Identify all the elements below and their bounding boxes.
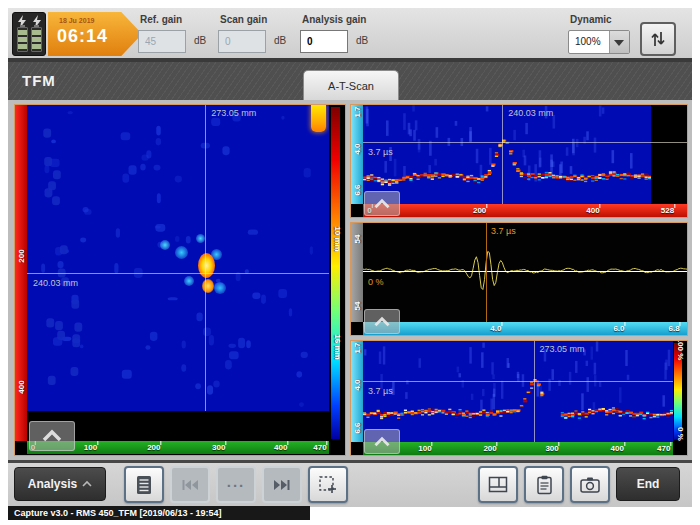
ascan-amplitude-ruler[interactable]: 5454 — [351, 223, 363, 322]
report-button[interactable] — [524, 466, 564, 503]
bscan-top-time-ruler[interactable]: 1.74.06.6 — [351, 105, 363, 204]
dynamic-dropdown[interactable]: 100% — [568, 30, 630, 54]
screenshot-button[interactable] — [570, 466, 610, 503]
tick-label: 4.0 — [353, 143, 362, 154]
ascan-time-ruler[interactable]: 4.06.06.8 — [363, 322, 687, 335]
tick-label: 54 — [353, 302, 362, 311]
tfm-plot[interactable]: 273.05 mm 240.03 mm — [27, 105, 329, 441]
tick-label: 10 mm — [333, 227, 342, 252]
tick-label: 100 — [418, 444, 431, 453]
chevron-down-icon — [609, 31, 629, 53]
tick-label: 6.8 — [668, 324, 679, 333]
clipboard-icon — [536, 475, 553, 495]
bscan-bottom-cursor-horizontal[interactable] — [363, 381, 673, 382]
tick-label: 54 — [353, 234, 362, 243]
tick-label: 200 — [17, 250, 26, 263]
end-button[interactable]: End — [616, 467, 680, 501]
tick-label: 300 — [212, 443, 225, 452]
amplitude-colorbar: 100 %0 % — [673, 341, 687, 442]
top-toolbar: 18 Ju 2019 06:14 Ref. gain dB Scan gain … — [8, 8, 692, 58]
pan-home-button[interactable] — [29, 421, 75, 451]
bscan-top-cursor-vertical[interactable] — [502, 105, 503, 204]
ellipsis-label: ... — [227, 473, 246, 490]
bscan-top-plot[interactable]: 240.03 mm 3.7 µs — [363, 105, 687, 204]
bscan-bottom-x-ruler[interactable]: 100200300400470 — [363, 442, 673, 455]
tick-label: 4.0 — [490, 324, 501, 333]
battery-status — [12, 12, 46, 56]
pan-home-button[interactable] — [364, 429, 400, 454]
datetime-display[interactable]: 18 Ju 2019 06:14 — [48, 12, 142, 56]
ascan-plot[interactable]: 3.7 µs 0 % — [363, 223, 687, 322]
skip-to-end-button[interactable] — [262, 466, 302, 503]
tfm-cursor-vertical[interactable] — [205, 105, 206, 411]
dynamic-label: Dynamic — [570, 14, 612, 25]
tick-label: 400 — [611, 444, 624, 453]
tab-at-scan[interactable]: A-T-Scan — [303, 70, 399, 100]
swap-gain-button[interactable] — [640, 22, 676, 56]
capture-app: 18 Ju 2019 06:14 Ref. gain dB Scan gain … — [0, 0, 700, 525]
ascan-cursor-readout: 3.7 µs — [491, 226, 516, 236]
layout-button[interactable] — [478, 466, 518, 503]
report-list-button[interactable] — [124, 466, 164, 503]
analysis-gain-field[interactable] — [300, 30, 348, 53]
chevron-up-icon — [82, 480, 92, 488]
tick-label: 470 — [313, 443, 326, 452]
tick-label: 470 — [657, 444, 670, 453]
skip-to-start-button[interactable] — [170, 466, 210, 503]
tfm-cursor-horizontal[interactable] — [27, 273, 329, 274]
bscan-bottom-time-ruler[interactable]: 1.74.06.6 — [351, 341, 363, 442]
tick-label: 6.6 — [353, 422, 362, 433]
more-frames-button[interactable]: ... — [216, 466, 256, 503]
pan-home-button[interactable] — [364, 309, 400, 334]
tick-label: 400 — [17, 381, 26, 394]
indication-blob — [160, 240, 170, 250]
battery-2-icon — [31, 27, 42, 52]
tfm-y-ruler[interactable]: 200400 — [15, 105, 27, 441]
tfm-depth-colorbar[interactable]: 10 mm16 mm — [329, 105, 345, 441]
bscan-bottom-cursor-vertical[interactable] — [534, 341, 535, 442]
analysis-gain-label: Analysis gain — [302, 14, 366, 25]
bscan-top-dataend — [651, 105, 687, 204]
corner-indication — [311, 105, 326, 132]
indication-blob — [175, 246, 188, 259]
analysis-menu-button[interactable]: Analysis — [14, 467, 106, 501]
status-bar: Capture v3.0 - RMS 450_TFM [2019/06/13 -… — [8, 506, 310, 520]
camera-icon — [580, 476, 600, 493]
selection-tool-button[interactable] — [308, 466, 348, 503]
time-text: 06:14 — [57, 26, 108, 47]
pan-home-button[interactable] — [364, 191, 400, 216]
tick-label: 16 mm — [333, 334, 342, 359]
document-icon — [135, 475, 153, 495]
ascan-cursor[interactable] — [486, 223, 487, 322]
bscan-top-cursor-horizontal[interactable] — [363, 142, 687, 143]
analysis-button-label: Analysis — [28, 477, 77, 491]
bscan-bottom-cursor-x-readout: 273.05 mm — [540, 344, 585, 354]
pan-home-icon — [373, 198, 391, 210]
bscan-top-cursor-x-readout: 240.03 mm — [508, 108, 553, 118]
pan-home-icon — [41, 429, 63, 443]
indication-blob — [196, 234, 205, 243]
page-title: TFM — [22, 72, 56, 89]
battery-1-icon — [17, 27, 28, 52]
tick-label: 400 — [586, 206, 599, 215]
bottom-toolbar: Analysis ... — [8, 463, 692, 507]
tick-label: 100 — [84, 443, 97, 452]
pan-home-icon — [373, 316, 391, 328]
ref-gain-label: Ref. gain — [140, 14, 182, 25]
scan-views-area: 200400 273.05 mm 240.03 mm — [8, 100, 692, 460]
tick-label: 1.7 — [353, 343, 362, 354]
tfm-image[interactable]: 273.05 mm 240.03 mm — [27, 105, 329, 411]
tick-label: 200 — [473, 206, 486, 215]
bscan-bottom-plot[interactable]: 273.05 mm 3.7 µs — [363, 341, 673, 442]
date-text: 18 Ju 2019 — [59, 17, 94, 24]
tick-label: 528 — [661, 206, 674, 215]
selection-cross-icon — [318, 475, 338, 495]
tick-label: 400 — [274, 443, 287, 452]
tick-label: 200 — [147, 443, 160, 452]
tfm-cursor-y-readout: 240.03 mm — [33, 278, 78, 288]
scan-gain-unit: dB — [274, 35, 286, 46]
ascan-baseline-readout: 0 % — [368, 277, 384, 287]
ascan-baseline — [363, 271, 687, 272]
bscan-top-x-ruler[interactable]: 0200400528 — [363, 204, 687, 217]
ref-gain-field — [138, 30, 186, 53]
